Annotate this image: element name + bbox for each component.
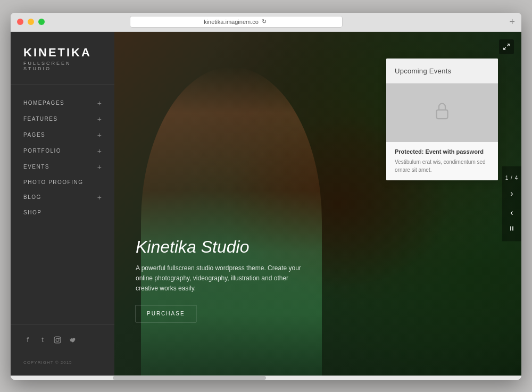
url-text: kinetika.imaginem.co <box>204 19 259 25</box>
horizontal-scrollbar[interactable] <box>11 376 521 380</box>
browser-content: KINETIKA FULLSCREEN STUDIO HOMEPAGES + F… <box>11 32 521 376</box>
lock-icon <box>433 101 452 124</box>
facebook-icon[interactable]: f <box>23 336 32 344</box>
twitter-icon[interactable]: t <box>38 336 47 344</box>
events-title: Upcoming Events <box>395 67 451 75</box>
svg-point-1 <box>56 338 59 341</box>
events-header: Upcoming Events <box>386 59 498 84</box>
sidebar-nav: HOMEPAGES + FEATURES + PAGES + PORTFOLIO… <box>11 85 114 324</box>
sidebar-item-shop[interactable]: SHOP <box>11 205 114 220</box>
fullscreen-button[interactable] <box>499 39 514 54</box>
nav-label: HOMEPAGES <box>23 100 64 106</box>
sidebar-item-events[interactable]: EVENTS + <box>11 159 114 175</box>
logo-subtitle: FULLSCREEN STUDIO <box>23 61 102 71</box>
new-tab-button[interactable]: + <box>509 17 515 27</box>
expand-icon: + <box>97 147 102 155</box>
next-slide-button[interactable]: › <box>502 184 521 203</box>
sidebar-item-photo-proofing[interactable]: PHOTO PROOFING <box>11 175 114 189</box>
expand-icon: + <box>97 163 102 171</box>
logo-title: KINETIKA <box>23 47 102 59</box>
prev-slide-button[interactable]: ‹ <box>502 203 521 222</box>
minimize-button[interactable] <box>28 19 34 25</box>
events-widget: Upcoming Events Protected: Event with pa… <box>386 59 498 180</box>
sidebar-item-pages[interactable]: PAGES + <box>11 127 114 143</box>
vimeo-icon[interactable] <box>68 336 77 344</box>
nav-label: PORTFOLIO <box>23 148 61 154</box>
svg-point-2 <box>59 338 60 338</box>
nav-label: PAGES <box>23 132 45 138</box>
nav-label: BLOG <box>23 194 41 200</box>
refresh-icon[interactable]: ↻ <box>262 18 269 26</box>
maximize-button[interactable] <box>38 19 45 25</box>
expand-icon: + <box>97 194 102 201</box>
browser-titlebar: kinetika.imaginem.co ↻ + <box>11 13 521 32</box>
hero-description: A powerful fullscreen studio wordpress t… <box>136 263 306 294</box>
pause-button[interactable] <box>509 222 515 236</box>
nav-label: EVENTS <box>23 164 49 170</box>
main-content: Kinetika Studio A powerful fullscreen st… <box>114 32 521 376</box>
sidebar-item-blog[interactable]: BLOG + <box>11 189 114 205</box>
browser-window: kinetika.imaginem.co ↻ + KINETIKA FULLSC… <box>11 13 521 380</box>
nav-label: SHOP <box>23 210 41 215</box>
instagram-icon[interactable] <box>53 336 62 344</box>
event-image-placeholder <box>386 84 498 142</box>
scrollbar-thumb[interactable] <box>113 376 266 380</box>
svg-rect-4 <box>512 226 513 230</box>
hero-title: Kinetika Studio <box>136 237 306 257</box>
copyright-text: COPYRIGHT © 2015 <box>11 355 114 376</box>
slide-counter: 1 / 4 <box>505 171 518 184</box>
nav-label: FEATURES <box>23 116 58 122</box>
hero-text-block: Kinetika Studio A powerful fullscreen st… <box>136 237 306 322</box>
nav-label: PHOTO PROOFING <box>23 179 84 185</box>
slider-controls: 1 / 4 › ‹ <box>502 166 521 241</box>
purchase-button[interactable]: PURCHASE <box>136 305 196 322</box>
svg-rect-5 <box>437 110 448 119</box>
expand-icon: + <box>97 131 102 139</box>
sidebar-logo: KINETIKA FULLSCREEN STUDIO <box>11 32 114 85</box>
sidebar: KINETIKA FULLSCREEN STUDIO HOMEPAGES + F… <box>11 32 114 376</box>
close-button[interactable] <box>17 19 23 25</box>
events-body: Protected: Event with password Vestibulu… <box>386 142 498 180</box>
address-bar[interactable]: kinetika.imaginem.co ↻ <box>130 16 343 28</box>
sidebar-item-features[interactable]: FEATURES + <box>11 111 114 127</box>
sidebar-item-portfolio[interactable]: PORTFOLIO + <box>11 143 114 159</box>
event-description: Vestibulum erat wis, condimentum sed orn… <box>395 158 489 174</box>
svg-rect-0 <box>54 337 61 343</box>
hero-image <box>141 67 322 376</box>
expand-icon: + <box>97 115 102 123</box>
expand-icon: + <box>97 99 102 107</box>
sidebar-item-homepages[interactable]: HOMEPAGES + <box>11 95 114 111</box>
event-title: Protected: Event with password <box>395 148 489 155</box>
sidebar-social: f t <box>11 324 114 355</box>
svg-rect-3 <box>510 226 511 230</box>
